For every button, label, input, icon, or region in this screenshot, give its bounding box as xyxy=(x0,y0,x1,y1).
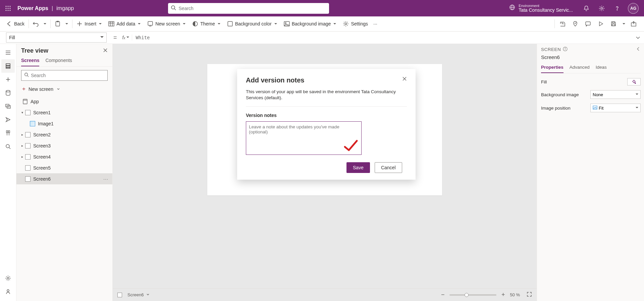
app-launcher-icon[interactable] xyxy=(0,0,16,16)
settings-gear-icon[interactable] xyxy=(595,2,608,15)
share-icon[interactable] xyxy=(556,21,569,27)
properties-tab-advanced[interactable]: Advanced xyxy=(570,65,590,73)
tree-item-image1[interactable]: Image1 xyxy=(16,118,112,129)
modal-close-icon[interactable] xyxy=(402,76,407,82)
rail-data-icon[interactable] xyxy=(1,86,15,100)
rail-media-icon[interactable] xyxy=(1,100,15,113)
prop-fill-swatch[interactable] xyxy=(627,78,641,85)
background-color-button[interactable]: Background color xyxy=(225,19,279,28)
paste-button[interactable] xyxy=(53,19,63,28)
tree-item-app[interactable]: App xyxy=(16,96,112,107)
undo-dropdown[interactable] xyxy=(41,21,48,27)
tree-close-icon[interactable] xyxy=(103,48,108,54)
rail-variables-icon[interactable] xyxy=(1,126,15,140)
screen-icon xyxy=(117,293,122,297)
notifications-icon[interactable] xyxy=(580,2,593,15)
global-header: Power Apps | imgapp Environment Tata Con… xyxy=(0,0,644,16)
add-data-button[interactable]: Add data xyxy=(106,19,143,28)
prop-bgimage-select[interactable]: None xyxy=(590,90,641,99)
formula-input[interactable] xyxy=(132,35,632,40)
rail-settings-icon[interactable] xyxy=(1,272,15,285)
insert-button[interactable]: Insert xyxy=(74,19,104,28)
info-icon[interactable] xyxy=(563,47,568,52)
selection-indicator[interactable]: Screen6 xyxy=(117,292,150,297)
svg-point-65 xyxy=(635,83,636,83)
rail-powerautomate-icon[interactable] xyxy=(1,113,15,126)
preview-play-icon[interactable] xyxy=(594,21,607,27)
save-icon[interactable] xyxy=(607,21,620,27)
tree-item-screen1[interactable]: ▾ Screen1 xyxy=(16,107,112,118)
rail-ask-virtual-agent-icon[interactable] xyxy=(1,285,15,298)
zoom-in-button[interactable]: + xyxy=(500,291,506,298)
tree-item-screen6[interactable]: Screen6 ··· xyxy=(16,173,112,184)
zoom-out-button[interactable]: − xyxy=(439,291,446,298)
formula-expand-icon[interactable] xyxy=(632,35,644,40)
cancel-button[interactable]: Cancel xyxy=(375,162,402,173)
back-button[interactable]: Back xyxy=(4,19,26,28)
properties-screen-name[interactable]: Screen6 xyxy=(541,54,641,60)
svg-rect-33 xyxy=(612,24,615,26)
svg-rect-58 xyxy=(23,99,27,104)
global-search-input[interactable] xyxy=(179,6,326,11)
svg-point-3 xyxy=(6,8,7,9)
zoom-slider[interactable] xyxy=(449,294,496,296)
chevron-right-icon[interactable]: ▸ xyxy=(20,144,24,147)
tree-item-screen4[interactable]: ▸ Screen4 xyxy=(16,151,112,162)
fx-dropdown[interactable]: fx xyxy=(122,35,132,41)
svg-point-30 xyxy=(345,23,347,25)
more-ellipsis-icon[interactable]: ··· xyxy=(103,176,108,182)
app-checker-icon[interactable] xyxy=(569,21,582,27)
device-frame[interactable]: Add version notes This version of your a… xyxy=(207,64,442,195)
brand-title: Power Apps xyxy=(17,5,48,11)
settings-button[interactable]: Settings xyxy=(341,19,370,28)
paste-dropdown[interactable] xyxy=(63,21,70,27)
screen-icon xyxy=(25,143,31,148)
chevron-down-icon[interactable]: ▾ xyxy=(20,111,24,114)
chevron-down-icon xyxy=(146,292,150,297)
chevron-right-icon[interactable]: ▸ xyxy=(20,133,24,136)
tab-screens[interactable]: Screens xyxy=(21,58,39,66)
tree-search-input[interactable] xyxy=(31,73,105,78)
prop-imagepos-select[interactable]: Fit xyxy=(590,104,641,112)
chevron-right-icon[interactable]: ▸ xyxy=(20,155,24,159)
svg-line-51 xyxy=(9,147,10,149)
user-avatar[interactable]: AG xyxy=(628,3,639,14)
tree-item-screen3[interactable]: ▸ Screen3 xyxy=(16,140,112,151)
svg-rect-32 xyxy=(612,22,614,23)
tree-search-icon xyxy=(24,72,29,78)
tree-new-screen[interactable]: ＋ New screen xyxy=(16,84,112,96)
svg-rect-47 xyxy=(8,131,10,133)
tab-components[interactable]: Components xyxy=(45,58,72,66)
save-dropdown[interactable] xyxy=(620,22,627,26)
prop-imagepos-label: Image position xyxy=(541,106,571,111)
app-name: imgapp xyxy=(56,5,74,11)
modal-description: This version of your app will be saved i… xyxy=(246,89,407,107)
rail-hamburger-icon[interactable] xyxy=(1,46,15,59)
property-selector[interactable]: Fill xyxy=(6,33,107,43)
rail-tree-view-icon[interactable] xyxy=(1,59,15,73)
modal-title: Add version notes xyxy=(246,76,304,84)
tree-item-screen2[interactable]: ▸ Screen2 xyxy=(16,129,112,140)
svg-rect-16 xyxy=(56,21,60,26)
svg-point-43 xyxy=(6,91,10,92)
rail-search-icon[interactable] xyxy=(1,140,15,153)
save-button[interactable]: Save xyxy=(346,162,370,173)
rail-insert-icon[interactable] xyxy=(1,73,15,86)
background-image-button[interactable]: Background image xyxy=(282,19,338,28)
properties-tab-properties[interactable]: Properties xyxy=(541,65,564,73)
publish-icon[interactable] xyxy=(627,21,640,27)
prop-bgimage-label: Background image xyxy=(541,92,579,97)
expand-panel-icon[interactable] xyxy=(636,47,641,52)
fit-to-screen-icon[interactable] xyxy=(527,292,532,298)
theme-button[interactable]: Theme xyxy=(190,19,222,28)
comments-icon[interactable] xyxy=(582,21,594,27)
new-screen-button[interactable]: New screen xyxy=(145,19,187,28)
help-icon[interactable] xyxy=(610,2,624,15)
tree-item-screen5[interactable]: Screen5 xyxy=(16,162,112,173)
version-notes-textarea[interactable] xyxy=(246,121,362,155)
undo-button[interactable] xyxy=(31,19,41,28)
overflow-icon[interactable]: ··· xyxy=(371,20,379,28)
properties-tab-ideas[interactable]: Ideas xyxy=(596,65,607,73)
svg-point-9 xyxy=(171,6,175,9)
environment-picker[interactable]: Environment Tata Consultancy Servic... xyxy=(509,4,573,13)
